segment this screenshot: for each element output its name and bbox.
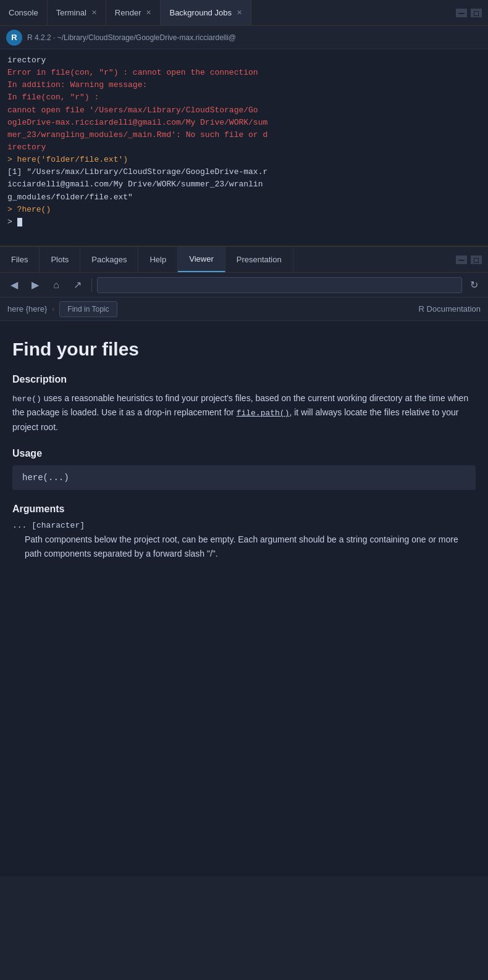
terminal-tab-label: Terminal	[56, 8, 86, 17]
bg-jobs-close-icon[interactable]: ✕	[237, 9, 242, 17]
arg-name-dots: ... [character]	[12, 521, 476, 530]
help-tab-label: Help	[149, 255, 166, 264]
arguments-section-title: Arguments	[12, 504, 476, 515]
tab-background-jobs[interactable]: Background Jobs ✕	[161, 0, 251, 25]
packages-tab-label: Packages	[91, 255, 127, 264]
console-line-7: irectory	[7, 141, 481, 154]
presentation-tab-label: Presentation	[237, 255, 282, 264]
tab-files[interactable]: Files	[0, 247, 40, 272]
viewer-toolbar: ◀ ▶ ⌂ ↗ ↻	[0, 273, 488, 297]
viewer-maximize-button[interactable]: □	[471, 255, 482, 264]
doc-title: Find your files	[12, 338, 476, 360]
top-tab-bar: Console Terminal ✕ Render ✕ Background J…	[0, 0, 488, 26]
r-logo: R	[6, 30, 22, 46]
forward-icon: ▶	[32, 279, 39, 291]
back-button[interactable]: ◀	[5, 276, 23, 294]
breadcrumb-package-link[interactable]: here {here}	[7, 304, 47, 314]
tab-terminal[interactable]: Terminal ✕	[48, 0, 106, 25]
back-icon: ◀	[11, 279, 18, 291]
console-line-12: > ?here()	[7, 204, 481, 216]
breadcrumb-separator: ›	[52, 305, 54, 314]
plots-tab-label: Plots	[51, 255, 69, 264]
console-line-3: In file(con, "r") :	[7, 91, 481, 104]
bg-jobs-tab-label: Background Jobs	[169, 8, 231, 17]
console-line-1: Error in file(con, "r") : cannot open th…	[7, 67, 481, 79]
tab-help[interactable]: Help	[138, 247, 178, 272]
terminal-close-icon[interactable]: ✕	[91, 9, 97, 17]
tab-plots[interactable]: Plots	[40, 247, 80, 272]
usage-code-block: here(...)	[12, 465, 476, 490]
console-line-13[interactable]: >	[7, 216, 481, 228]
console-cursor	[17, 218, 22, 226]
console-line-9: [1] "/Users/max/Library/CloudStorage/Goo…	[7, 166, 481, 178]
console-line-8: > here('folder/file.ext')	[7, 154, 481, 166]
console-output: irectory Error in file(con, "r") : canno…	[0, 49, 488, 247]
r-documentation-label: R Documentation	[419, 304, 481, 314]
minimize-button[interactable]: ─	[456, 9, 467, 17]
arg-row-dots: ... [character] Path components below th…	[12, 521, 476, 561]
viewer-tab-label: Viewer	[189, 254, 214, 264]
home-icon: ⌂	[53, 280, 59, 291]
toolbar-divider	[91, 278, 92, 292]
here-code-inline-1: here()	[12, 394, 41, 404]
find-in-topic-button[interactable]: Find in Topic	[59, 301, 117, 317]
viewer-window-controls: ─ □	[450, 255, 488, 264]
viewer-minimize-button[interactable]: ─	[456, 255, 467, 264]
search-input[interactable]	[97, 277, 462, 293]
refresh-button[interactable]: ↻	[465, 276, 483, 294]
tab-presentation[interactable]: Presentation	[225, 247, 293, 272]
arg-desc-dots: Path components below the project root, …	[12, 533, 476, 561]
description-section-title: Description	[12, 374, 476, 385]
export-icon: ↗	[74, 279, 82, 291]
files-tab-label: Files	[11, 255, 28, 264]
tab-render[interactable]: Render ✕	[106, 0, 161, 25]
console-path-bar: R R 4.2.2 · ~/Library/CloudStorage/Googl…	[0, 26, 488, 49]
usage-section-title: Usage	[12, 448, 476, 459]
console-line-5: ogleDrive-max.ricciardelli@gmail.com/My …	[7, 117, 481, 129]
bottom-tab-bar: Files Plots Packages Help Viewer Present…	[0, 247, 488, 273]
forward-button[interactable]: ▶	[26, 276, 44, 294]
maximize-button[interactable]: □	[471, 9, 482, 17]
window-controls: ─ □	[450, 9, 488, 17]
tab-console[interactable]: Console	[0, 0, 48, 25]
console-line-11: g_modules/folder/file.ext"	[7, 191, 481, 204]
tab-viewer[interactable]: Viewer	[178, 247, 225, 272]
console-line-6: mer_23/wrangling_modules/_main.Rmd': No …	[7, 129, 481, 141]
render-tab-label: Render	[115, 8, 141, 17]
doc-content: Find your files Description here() uses …	[0, 321, 488, 876]
console-tab-label: Console	[9, 8, 38, 17]
console-line-2: In addition: Warning message:	[7, 79, 481, 91]
breadcrumb-bar: here {here} › Find in Topic R Documentat…	[0, 297, 488, 321]
r-version: R 4.2.2 · ~/Library/CloudStorage/GoogleD…	[27, 33, 236, 42]
arguments-table: ... [character] Path components below th…	[12, 521, 476, 561]
file-path-code-inline: file.path()	[237, 409, 290, 418]
console-line-10: icciardelli@gmail.com/My Drive/WORK/summ…	[7, 178, 481, 191]
console-line-0: irectory	[7, 54, 481, 67]
home-button[interactable]: ⌂	[47, 276, 65, 294]
description-paragraph: here() uses a reasonable heuristics to f…	[12, 391, 476, 434]
render-close-icon[interactable]: ✕	[146, 9, 151, 17]
export-button[interactable]: ↗	[68, 276, 86, 294]
refresh-icon: ↻	[470, 280, 478, 290]
tab-packages[interactable]: Packages	[80, 247, 138, 272]
console-line-4: cannot open file '/Users/max/Library/Clo…	[7, 104, 481, 117]
